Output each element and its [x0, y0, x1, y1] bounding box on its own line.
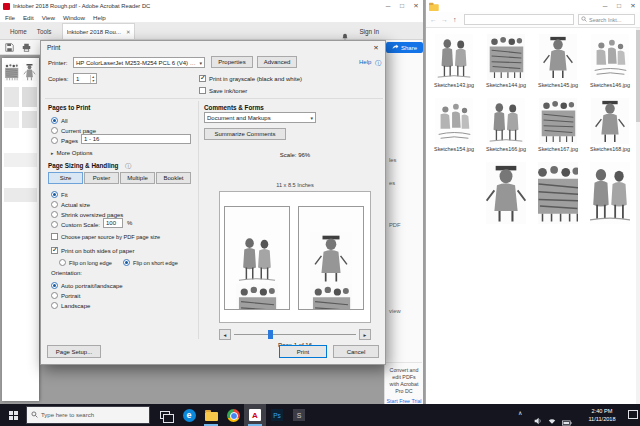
radio-pages-range[interactable]: Pages	[51, 136, 78, 145]
menu-edit[interactable]: Edit	[23, 14, 34, 21]
both-sides-checkbox[interactable]: Print on both sides of paper	[51, 246, 134, 255]
taskbar-app-photoshop[interactable]: Ps	[266, 404, 288, 426]
cancel-button[interactable]: Cancel	[333, 345, 379, 358]
share-button[interactable]: Share	[386, 42, 423, 53]
help-link[interactable]: Help	[359, 59, 371, 65]
booklet-mode-button[interactable]: Booklet	[156, 172, 191, 184]
volume-icon[interactable]	[534, 411, 542, 426]
action-center-icon[interactable]	[628, 410, 638, 419]
radio-label: All	[61, 118, 68, 124]
tab-close-icon[interactable]: ✕	[126, 29, 131, 35]
taskbar-clock[interactable]: 2:40 PM 11/11/2018	[578, 407, 626, 423]
dialog-close-icon[interactable]: ✕	[367, 41, 385, 54]
size-mode-button[interactable]: Size	[48, 172, 83, 184]
spinner-buttons[interactable]: ▴ ▾	[90, 75, 94, 83]
pdf-page[interactable]	[2, 58, 39, 401]
chevron-down-icon: ▾	[199, 60, 202, 66]
tab-home[interactable]: Home	[10, 28, 27, 35]
menu-help[interactable]: Help	[93, 14, 106, 21]
minimize-icon[interactable]: ─	[598, 0, 612, 12]
grayscale-checkbox[interactable]: Print in grayscale (black and white)	[199, 74, 302, 83]
close-icon[interactable]: ✕	[409, 0, 423, 12]
tray-overflow-chevron-icon[interactable]: ∧	[518, 409, 522, 416]
network-icon[interactable]	[548, 411, 556, 426]
more-options-expander[interactable]: ▸ More Options	[51, 148, 93, 157]
radio-actual-size[interactable]: Actual size	[51, 200, 90, 209]
taskbar-app-file-explorer[interactable]	[200, 404, 222, 426]
taskbar-app-chrome[interactable]	[222, 404, 244, 426]
tool-label-fragment[interactable]: PDF	[389, 222, 401, 228]
file-tile[interactable]	[586, 162, 634, 224]
radio-flip-short[interactable]: Flip on short edge	[123, 258, 178, 267]
preview-page-slider[interactable]	[234, 329, 356, 340]
radio-custom-scale[interactable]: Custom Scale:	[51, 220, 100, 229]
file-tile[interactable]	[534, 162, 582, 224]
printer-select[interactable]: HP ColorLaserJet M253-M254 PCL 6 (V4) (N…	[73, 57, 205, 68]
tool-label-fragment[interactable]: es	[389, 180, 395, 186]
summarize-comments-label: Summarize Comments	[214, 131, 275, 137]
print-icon[interactable]	[22, 38, 31, 56]
file-tile[interactable]: Sketches166.jpg	[482, 98, 530, 152]
start-button[interactable]	[0, 404, 26, 426]
file-tile[interactable]: Sketches154.jpg	[430, 98, 478, 152]
summarize-comments-button[interactable]: Summarize Comments	[204, 128, 286, 140]
copies-stepper[interactable]: 1 ▴ ▾	[73, 73, 97, 84]
up-icon[interactable]: ↑	[453, 15, 457, 24]
file-tile[interactable]: Sketches146.jpg	[586, 34, 634, 88]
menu-window[interactable]: Window	[63, 14, 85, 21]
explorer-search-box[interactable]: Search Inkt...	[578, 14, 635, 25]
file-tile[interactable]	[482, 162, 530, 224]
task-view-button[interactable]	[154, 404, 176, 426]
maximize-icon[interactable]: □	[612, 0, 626, 12]
battery-icon[interactable]	[562, 412, 572, 426]
file-tile[interactable]: Sketches168.jpg	[586, 98, 634, 152]
preview-prev-button[interactable]: ◂	[219, 329, 231, 340]
custom-scale-input[interactable]: 100	[103, 218, 123, 228]
tool-label-fragment[interactable]: les	[389, 157, 396, 163]
tab-document[interactable]: Inktober 2018 Rou... ✕	[62, 23, 136, 39]
radio-auto-orientation[interactable]: Auto portrait/landscape	[51, 281, 123, 290]
tab-tools[interactable]: Tools	[37, 28, 52, 35]
tool-label-fragment[interactable]: view	[389, 308, 401, 314]
minimize-icon[interactable]: ─	[381, 0, 395, 12]
comments-forms-select[interactable]: Document and Markups ▾	[204, 112, 316, 123]
advanced-button[interactable]: Advanced	[257, 56, 297, 68]
address-bar[interactable]	[464, 14, 574, 25]
sizing-info-icon[interactable]: ⓘ	[125, 162, 131, 171]
taskbar-app-edge[interactable]: e	[178, 404, 200, 426]
maximize-icon[interactable]: □	[395, 0, 409, 12]
radio-fit[interactable]: Fit	[51, 190, 68, 199]
multiple-mode-button[interactable]: Multiple	[120, 172, 155, 184]
properties-button[interactable]: Properties	[211, 56, 253, 68]
file-tile[interactable]: Sketches144.jpg	[482, 34, 530, 88]
print-button[interactable]: Print	[279, 345, 327, 358]
sign-in-button[interactable]: Sign In	[359, 28, 379, 35]
radio-flip-long[interactable]: Flip on long edge	[59, 258, 112, 267]
radio-landscape[interactable]: Landscape	[51, 301, 90, 310]
forward-icon[interactable]: →	[441, 15, 448, 24]
paper-source-checkbox[interactable]: Choose paper source by PDF page size	[51, 232, 160, 241]
menu-file[interactable]: File	[5, 14, 15, 21]
save-ink-checkbox[interactable]: Save ink/toner	[199, 86, 247, 95]
taskbar-app-generic[interactable]: S	[288, 404, 310, 426]
taskbar-app-acrobat[interactable]: A	[244, 404, 266, 426]
cancel-label: Cancel	[347, 349, 366, 355]
file-tile[interactable]: Sketches167.jpg	[534, 98, 582, 152]
slider-thumb[interactable]	[268, 330, 273, 339]
back-icon[interactable]: ←	[430, 15, 437, 24]
file-tile[interactable]: Sketches145.jpg	[534, 34, 582, 88]
radio-all-pages[interactable]: All	[51, 116, 68, 125]
help-info-icon[interactable]: ⓘ	[375, 59, 381, 68]
save-icon[interactable]	[5, 38, 14, 56]
file-tile[interactable]: Sketches143.jpg	[430, 34, 478, 88]
poster-mode-button[interactable]: Poster	[84, 172, 119, 184]
page-range-input[interactable]: 1 - 16	[81, 134, 191, 144]
radio-portrait[interactable]: Portrait	[51, 291, 80, 300]
taskbar-search[interactable]: Type here to search	[26, 406, 150, 424]
preview-next-button[interactable]: ▸	[359, 329, 371, 340]
scrollbar-thumb[interactable]	[636, 30, 640, 122]
scrollbar[interactable]	[636, 28, 640, 404]
menu-view[interactable]: View	[42, 14, 55, 21]
page-setup-button[interactable]: Page Setup...	[47, 345, 101, 358]
close-icon[interactable]: ✕	[626, 0, 640, 12]
